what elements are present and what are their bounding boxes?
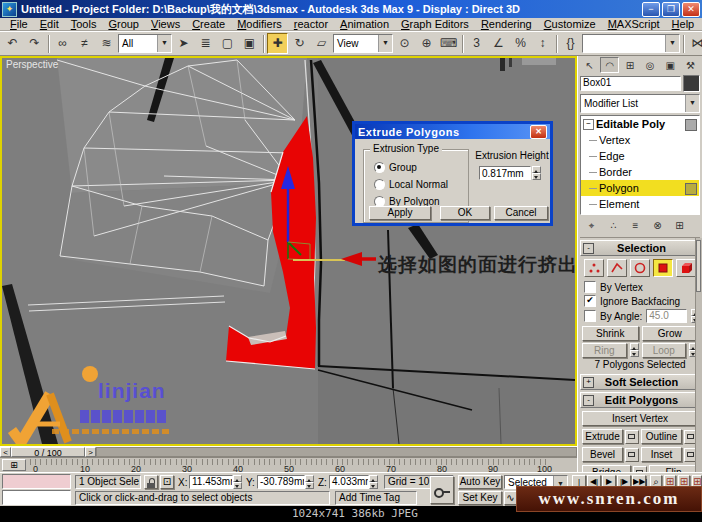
ring-spinner[interactable]	[630, 343, 639, 357]
edit-polygons-rollout-header[interactable]: - Edit Polygons	[580, 392, 700, 408]
stack-item-edge[interactable]: Edge	[581, 148, 699, 164]
radio-local-normal[interactable]: Local Normal	[374, 179, 448, 190]
named-selection-dropdown[interactable]: ▼	[582, 34, 680, 53]
element-mode-icon[interactable]	[676, 259, 696, 277]
outline-button[interactable]: Outline	[641, 429, 682, 444]
maximize-button[interactable]: ❐	[662, 2, 680, 17]
stack-item-editable-poly[interactable]: − Editable Poly	[581, 116, 699, 132]
remove-modifier-icon[interactable]: ⊗	[648, 218, 667, 234]
selection-lock-icon[interactable]	[144, 475, 158, 489]
x-coordinate-field[interactable]: 11.453mm	[189, 475, 233, 489]
stack-state-icon[interactable]	[685, 183, 697, 195]
checkbox[interactable]	[584, 281, 596, 293]
unlink-selection-icon[interactable]: ≠	[74, 33, 95, 54]
extrusion-height-input[interactable]: 0.817mm	[479, 166, 531, 180]
by-angle-checkbox[interactable]	[584, 310, 596, 322]
bridge-button[interactable]: Bridge	[582, 465, 631, 472]
y-spinner[interactable]	[305, 475, 314, 489]
select-and-rotate-icon[interactable]: ↻	[289, 33, 310, 54]
checkbox-checked[interactable]: ✔	[584, 295, 596, 307]
menu-group[interactable]: Group	[102, 18, 145, 30]
create-tab-icon[interactable]: ↖	[580, 57, 599, 73]
collapse-icon[interactable]: −	[583, 119, 594, 130]
y-coordinate-field[interactable]: -30.789mm	[257, 475, 305, 489]
polygon-mode-icon[interactable]	[653, 259, 673, 277]
undo-icon[interactable]: ↶	[2, 33, 23, 54]
minimize-button[interactable]: −	[642, 2, 660, 17]
spinner-snap-icon[interactable]: ↕	[532, 33, 553, 54]
apply-button[interactable]: Apply	[369, 206, 431, 220]
make-unique-icon[interactable]: ≡	[626, 218, 645, 234]
add-time-tag[interactable]: Add Time Tag	[335, 491, 417, 505]
menu-graph-editors[interactable]: Graph Editors	[395, 18, 475, 30]
angle-snap-icon[interactable]: ∠	[488, 33, 509, 54]
dialog-close-icon[interactable]: ✕	[530, 125, 547, 139]
menu-views[interactable]: Views	[145, 18, 186, 30]
object-name-field[interactable]: Box01	[580, 76, 681, 91]
track-bar[interactable]: ⊞ 0 10 20 30 40 50 60 70 80 90 100	[0, 457, 577, 472]
ring-button[interactable]: Ring	[582, 343, 627, 358]
menu-animation[interactable]: Animation	[334, 18, 395, 30]
use-center-icon[interactable]: ⊙	[394, 33, 415, 54]
select-and-link-icon[interactable]: ∞	[52, 33, 73, 54]
select-and-scale-icon[interactable]: ▱	[311, 33, 332, 54]
rectangular-selection-region-icon[interactable]: ▢	[217, 33, 238, 54]
select-object-icon[interactable]: ➤	[173, 33, 194, 54]
motion-tab-icon[interactable]: ◎	[641, 57, 660, 73]
mirror-icon[interactable]: ⋈	[687, 33, 702, 54]
previous-frame-button[interactable]: <	[0, 447, 11, 457]
configure-modifier-sets-icon[interactable]: ⊞	[670, 218, 689, 234]
menu-modifiers[interactable]: Modifiers	[231, 18, 288, 30]
grow-button[interactable]: Grow	[642, 326, 699, 341]
bind-to-spacewarp-icon[interactable]: ≋	[96, 33, 117, 54]
stack-item-vertex[interactable]: Vertex	[581, 132, 699, 148]
close-button[interactable]: ✕	[682, 2, 700, 17]
z-spinner[interactable]	[369, 475, 378, 489]
time-slider-handle[interactable]: 0 / 100	[11, 447, 85, 457]
keyboard-override-icon[interactable]: ⌨	[438, 33, 459, 54]
panel-scrollbar[interactable]	[695, 238, 702, 472]
menu-reactor[interactable]: reactor	[288, 18, 334, 30]
pin-stack-icon[interactable]: ⌖	[582, 218, 601, 234]
key-mode-icon[interactable]: ⊞	[2, 459, 26, 471]
modify-tab-icon[interactable]: ◠	[600, 57, 619, 73]
bevel-settings-icon[interactable]	[625, 448, 639, 462]
select-and-move-icon[interactable]: ✚	[267, 33, 288, 54]
menu-rendering[interactable]: Rendering	[475, 18, 538, 30]
reference-coordinate-dropdown[interactable]: View▼	[333, 34, 393, 53]
menu-help[interactable]: Help	[666, 18, 701, 30]
set-key-button[interactable]: Set Key	[458, 491, 502, 505]
modifier-list-dropdown[interactable]: Modifier List▼	[580, 94, 700, 113]
menu-maxscript[interactable]: MAXScript	[602, 18, 666, 30]
select-by-name-icon[interactable]: ≣	[195, 33, 216, 54]
border-mode-icon[interactable]	[630, 259, 650, 277]
show-end-result-icon[interactable]: ∴	[604, 218, 623, 234]
menu-customize[interactable]: Customize	[538, 18, 602, 30]
stack-item-border[interactable]: Border	[581, 164, 699, 180]
extrude-settings-icon[interactable]	[625, 430, 639, 444]
menu-edit[interactable]: Edit	[34, 18, 65, 30]
snap-toggle-3d-icon[interactable]: 3	[466, 33, 487, 54]
stack-item-element[interactable]: Element	[581, 196, 699, 212]
by-angle-input[interactable]: 45.0	[646, 309, 687, 323]
time-slider-track[interactable]	[96, 447, 577, 457]
redo-icon[interactable]: ↷	[24, 33, 45, 54]
menu-file[interactable]: File	[4, 18, 34, 30]
selection-rollout-header[interactable]: - Selection	[580, 240, 700, 256]
dialog-titlebar[interactable]: Extrude Polygons ✕	[355, 124, 550, 139]
extrude-button[interactable]: Extrude	[582, 429, 623, 444]
loop-button[interactable]: Loop	[642, 343, 687, 358]
inset-button[interactable]: Inset	[641, 447, 682, 462]
selection-filter-dropdown[interactable]: All▼	[118, 34, 172, 53]
auto-key-button[interactable]: Auto Key	[458, 475, 502, 489]
utilities-tab-icon[interactable]: ⚒	[681, 57, 700, 73]
flip-button[interactable]: Flip	[649, 465, 698, 472]
soft-selection-rollout-header[interactable]: + Soft Selection	[580, 374, 700, 390]
set-keys-icon[interactable]	[430, 476, 454, 504]
z-coordinate-field[interactable]: 4.033mm	[329, 475, 369, 489]
menu-tools[interactable]: Tools	[65, 18, 103, 30]
absolute-mode-icon[interactable]: ⊡	[160, 475, 174, 489]
ignore-backfacing-checkbox[interactable]: ✔ Ignore Backfacing	[580, 294, 700, 308]
radio-group[interactable]: Group	[374, 162, 417, 173]
stack-item-polygon[interactable]: Polygon	[581, 180, 699, 196]
